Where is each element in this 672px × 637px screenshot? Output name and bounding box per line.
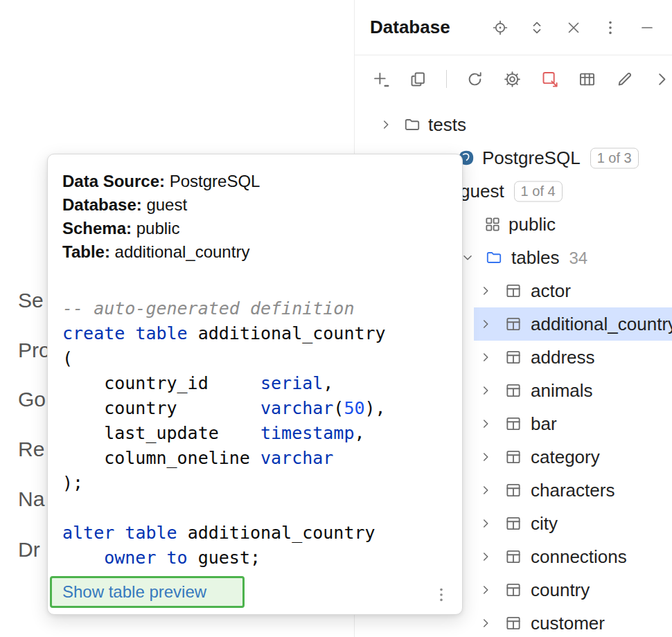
background-menu-item[interactable]: Se bbox=[18, 289, 44, 312]
popup-info-line: Database: guest bbox=[62, 193, 450, 217]
chevron-right-icon[interactable] bbox=[478, 316, 493, 332]
table-icon bbox=[504, 348, 522, 366]
sql-code-line: -- auto-generated definition bbox=[62, 296, 457, 321]
chevron-right-icon[interactable] bbox=[478, 549, 493, 564]
table-icon bbox=[504, 448, 522, 466]
tree-item-content: actor bbox=[531, 280, 571, 302]
tree-item-label: customer bbox=[531, 613, 605, 634]
count-badge: 1 of 3 bbox=[590, 147, 639, 168]
screenshot-root: SeProGoReNaDr Database testsPostgreSQL1 … bbox=[0, 0, 672, 637]
tree-item-content: category bbox=[531, 447, 600, 468]
tree-item-content: connections bbox=[531, 546, 627, 568]
tree-item-label: additional_country bbox=[531, 314, 672, 335]
collapse-all-icon[interactable] bbox=[565, 19, 582, 36]
toolbar-divider bbox=[446, 70, 447, 88]
tree-item-label: tables bbox=[511, 247, 559, 269]
show-table-preview-highlight: Show table preview bbox=[50, 576, 245, 608]
hide-panel-icon[interactable] bbox=[639, 19, 655, 36]
tree-item-label: actor bbox=[531, 280, 571, 302]
table-icon bbox=[504, 514, 522, 532]
tree-item-tests[interactable]: tests bbox=[355, 108, 672, 141]
popup-info-line: Data Source: PostgreSQL bbox=[62, 170, 450, 193]
tree-item-content: public bbox=[509, 214, 556, 235]
chevron-right-icon[interactable] bbox=[478, 350, 493, 365]
sql-code-line: owner to guest; bbox=[62, 546, 457, 571]
tree-item-label: address bbox=[531, 347, 595, 368]
chevron-right-icon[interactable] bbox=[478, 483, 493, 498]
background-menu-item[interactable]: Dr bbox=[18, 538, 40, 562]
data-source-properties-icon[interactable] bbox=[503, 70, 522, 89]
table-icon bbox=[504, 282, 522, 300]
background-menu-item[interactable]: Na bbox=[18, 487, 44, 511]
sql-code-line: ); bbox=[62, 471, 457, 496]
sql-code-line bbox=[62, 496, 457, 521]
tree-item-content: additional_country bbox=[531, 314, 672, 335]
table-icon bbox=[504, 581, 522, 599]
sql-code-line: country_id serial, bbox=[62, 371, 457, 396]
duplicate-icon[interactable] bbox=[409, 70, 427, 89]
expand-collapse-icon[interactable] bbox=[529, 19, 545, 36]
edit-icon[interactable] bbox=[615, 70, 634, 89]
table-icon bbox=[504, 481, 522, 499]
chevron-right-icon[interactable] bbox=[478, 416, 493, 431]
chevron-right-icon[interactable] bbox=[378, 117, 394, 132]
locate-icon[interactable] bbox=[492, 19, 509, 36]
chevron-right-icon[interactable] bbox=[478, 383, 493, 398]
panel-header-icons bbox=[492, 19, 655, 36]
tree-item-content: PostgreSQL1 of 3 bbox=[482, 147, 639, 169]
tree-item-label: country bbox=[531, 580, 590, 601]
popup-info-line: Schema: public bbox=[62, 217, 450, 240]
tree-item-content: address bbox=[531, 347, 595, 368]
tree-item-label: PostgreSQL bbox=[482, 147, 581, 169]
tree-item-content: bar bbox=[531, 413, 557, 435]
table-icon bbox=[504, 415, 522, 433]
database-toolbar bbox=[355, 61, 672, 97]
table-ddl-sql: -- auto-generated definitioncreate table… bbox=[62, 296, 457, 571]
tree-item-label: city bbox=[531, 513, 558, 535]
more-options-icon[interactable] bbox=[602, 19, 619, 36]
table-info: Data Source: PostgreSQLDatabase: guestSc… bbox=[62, 170, 450, 264]
sql-code-line: ( bbox=[62, 346, 457, 371]
table-icon bbox=[504, 548, 522, 566]
more-tools-icon[interactable] bbox=[653, 70, 671, 89]
table-icon bbox=[504, 315, 522, 333]
chevron-right-icon[interactable] bbox=[478, 582, 493, 598]
popup-more-icon[interactable] bbox=[433, 586, 450, 603]
tree-item-content: city bbox=[531, 513, 558, 535]
background-menu-item[interactable]: Re bbox=[18, 438, 44, 461]
table-ddl-popup: Data Source: PostgreSQLDatabase: guestSc… bbox=[47, 154, 463, 615]
show-table-preview-link[interactable]: Show table preview bbox=[62, 582, 206, 602]
new-icon[interactable] bbox=[371, 70, 390, 89]
tree-item-content: characters bbox=[531, 480, 614, 501]
tree-item-label: guest bbox=[460, 181, 504, 202]
chevron-right-icon[interactable] bbox=[478, 449, 493, 465]
tree-item-label: animals bbox=[531, 380, 593, 402]
background-menu-item[interactable]: Go bbox=[18, 388, 46, 411]
tree-item-label: connections bbox=[531, 546, 627, 568]
table-icon bbox=[504, 382, 522, 400]
sql-code-line: country varchar(50), bbox=[62, 396, 457, 421]
panel-header: Database bbox=[355, 0, 672, 55]
chevron-right-icon[interactable] bbox=[478, 283, 493, 298]
sql-code-line: create table additional_country bbox=[62, 321, 457, 346]
table-view-icon[interactable] bbox=[578, 70, 596, 89]
popup-info-line: Table: additional_country bbox=[62, 240, 450, 264]
refresh-icon[interactable] bbox=[466, 70, 484, 89]
sql-code-line: alter table additional_country bbox=[62, 521, 457, 546]
folder-icon bbox=[485, 249, 503, 267]
chevron-right-icon[interactable] bbox=[478, 616, 493, 631]
count-badge: 1 of 4 bbox=[514, 181, 563, 201]
schema-icon bbox=[484, 215, 502, 233]
chevron-right-icon[interactable] bbox=[478, 516, 493, 531]
sql-code-line: last_update timestamp, bbox=[62, 421, 457, 446]
panel-title: Database bbox=[370, 17, 450, 38]
table-icon bbox=[504, 614, 522, 632]
tree-item-content: animals bbox=[531, 380, 593, 402]
disconnect-icon[interactable] bbox=[540, 70, 559, 89]
tree-item-label: tests bbox=[428, 114, 466, 136]
tree-item-label: bar bbox=[531, 413, 557, 435]
background-menu-item[interactable]: Pro bbox=[18, 339, 51, 362]
folder-icon bbox=[403, 116, 421, 134]
tree-item-content: customer bbox=[531, 613, 605, 634]
tree-item-label: characters bbox=[531, 480, 614, 501]
